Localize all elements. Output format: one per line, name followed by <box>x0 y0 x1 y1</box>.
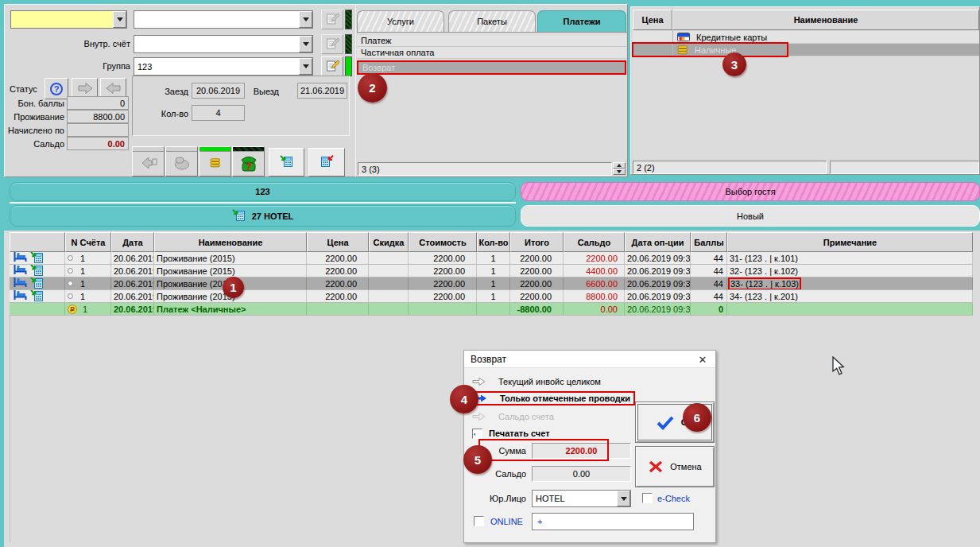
chevron-down-icon[interactable] <box>299 36 312 52</box>
tab-guest-select[interactable]: Выбор гостя <box>521 182 980 201</box>
payment-type-label: Кредитные карты <box>696 33 767 42</box>
invoice-cell: -8800.00 <box>510 303 564 316</box>
edit-account-button[interactable] <box>321 34 343 54</box>
operation-item[interactable]: Платеж <box>357 35 626 47</box>
calc-import-icon <box>30 265 44 277</box>
tab-label: Пакеты <box>477 17 507 26</box>
invoice-cell: 2200.00 <box>409 277 477 290</box>
tab-services[interactable]: Услуги <box>357 10 444 32</box>
refund-option-label: Только отмеченные проводки <box>500 394 630 403</box>
hand-icon <box>166 152 197 176</box>
edit-icon <box>326 12 339 27</box>
chevron-down-icon[interactable] <box>617 491 630 506</box>
group-combo[interactable]: 123 <box>134 57 313 76</box>
payment-types-scroll[interactable] <box>830 161 979 174</box>
tab-payments[interactable]: Платежи <box>537 10 626 32</box>
quantity-label: Кол-во <box>155 107 188 121</box>
operation-item[interactable]: Частичная оплата <box>357 47 626 59</box>
edit-icon <box>326 59 339 74</box>
tab-folio-27-hotel[interactable]: 27 HOTEL <box>10 205 516 227</box>
invoice-cell: Платеж <Наличные> <box>154 303 307 316</box>
invoice-column-header-3[interactable]: Наименование <box>154 232 307 252</box>
svg-text:?: ? <box>246 161 251 172</box>
close-icon[interactable]: ✕ <box>690 351 715 368</box>
invoice-cell: 8800.00 <box>564 290 625 303</box>
post-charge-button[interactable] <box>269 148 304 177</box>
question-icon: ? <box>50 83 63 95</box>
invoice-column-header-0[interactable] <box>10 232 65 252</box>
invoice-column-header-2[interactable]: Дата <box>111 232 154 252</box>
invoice-column-header-10[interactable]: Дата оп-ции <box>625 232 691 252</box>
invoice-cell <box>477 303 510 316</box>
invoice-cell: 1 <box>65 290 111 303</box>
phone-help-button[interactable]: ? <box>232 146 265 177</box>
balance-label: Сальдо <box>5 137 64 150</box>
invoice-column-header-6[interactable]: Стоимость <box>409 232 477 252</box>
invoice-column-header-9[interactable]: Сальдо <box>564 232 625 252</box>
invoice-cell: 1 <box>477 290 510 303</box>
price-column-header[interactable]: Цена <box>633 10 672 30</box>
cancel-button[interactable]: Отмена <box>635 446 715 487</box>
tab-packages[interactable]: Пакеты <box>448 10 536 32</box>
checkbox-checked-icon[interactable] <box>472 429 482 439</box>
refund-option[interactable]: Текущий инвойс целиком <box>472 374 601 389</box>
option-arrow-icon <box>472 377 492 386</box>
invoice-column-header-12[interactable]: Примечание <box>727 232 973 252</box>
invoice-cell: 2200.00 <box>409 290 477 303</box>
invoice-row[interactable]: 120.06.2019Проживание (2015)2200.002200.… <box>10 252 973 265</box>
chevron-down-icon[interactable] <box>299 58 312 75</box>
operations-spinner[interactable] <box>613 162 626 176</box>
invoice-cell: 2200.00 <box>510 265 564 277</box>
echeck-checkbox[interactable] <box>642 493 653 503</box>
invoice-column-header-11[interactable]: Баллы <box>691 232 727 252</box>
internal-account-combo[interactable] <box>134 35 313 53</box>
invoice-row[interactable]: 120.06.2019Проживание (2015)2200.002200.… <box>10 290 973 303</box>
coins-icon <box>199 152 230 176</box>
charged-until-value <box>67 123 129 137</box>
departure-date: 21.06.2019 <box>297 83 347 99</box>
folio-tab-label: 27 HOTEL <box>252 211 294 221</box>
invoice-column-header-1[interactable]: N Счёта <box>65 232 111 252</box>
edit-group-button[interactable] <box>321 56 343 76</box>
invoice-cell: 2200.00 <box>564 252 625 265</box>
invoice-cell: 33- (123 . | к.103) <box>727 277 973 290</box>
tab-folio-new[interactable]: Новый <box>521 205 980 227</box>
spinner-down-icon[interactable] <box>613 169 626 175</box>
refund-option[interactable]: Только отмеченные проводки <box>469 391 635 405</box>
entity-combo[interactable]: HOTEL <box>532 490 631 507</box>
tab-group-123[interactable]: 123 <box>10 182 516 201</box>
invoice-column-header-4[interactable]: Цена <box>307 232 369 252</box>
dialog-saldo-field[interactable]: 0.00 <box>532 466 631 482</box>
payment-types-panel: Цена Наименование Кредитные картыНаличны… <box>630 6 980 175</box>
invoice-table-header: N СчётаДатаНаименованиеЦенаСкидкаСтоимос… <box>10 232 973 252</box>
guest-combo[interactable] <box>134 10 313 29</box>
room-combo[interactable] <box>10 10 127 29</box>
operation-item-label: Возврат <box>362 63 395 72</box>
operation-item[interactable]: Возврат <box>357 60 626 75</box>
online-field[interactable]: + <box>532 513 694 530</box>
arrival-label: Заезд <box>155 84 188 99</box>
echeck-label: e-Check <box>657 494 690 503</box>
invoice-column-header-7[interactable]: Кол-во <box>477 232 510 252</box>
online-checkbox[interactable] <box>474 516 484 526</box>
refund-option: Сальдо счета <box>472 409 554 424</box>
chevron-down-icon[interactable] <box>299 11 312 28</box>
invoice-cell: 20.06.2019 <box>111 277 154 290</box>
export-charge-button[interactable] <box>308 148 345 177</box>
chevron-down-icon[interactable] <box>113 11 126 28</box>
dialog-title[interactable]: Возврат <box>464 351 715 368</box>
invoice-row[interactable]: 120.06.2019Проживание (2015)2200.002200.… <box>10 265 973 277</box>
invoice-column-header-5[interactable]: Скидка <box>369 232 409 252</box>
name-column-header[interactable]: Наименование <box>672 10 979 30</box>
invoice-row[interactable]: P120.06.2019Платеж <Наличные>-8800.000.0… <box>10 303 973 316</box>
invoice-column-header-8[interactable]: Итого <box>510 232 564 252</box>
spinner-up-icon[interactable] <box>613 162 626 169</box>
group-indicator <box>345 56 352 76</box>
payment-types-count: 2 (2) <box>633 161 827 174</box>
arrow-left-icon <box>105 82 122 96</box>
cash-button[interactable] <box>199 146 231 177</box>
invoice-row[interactable]: 120.06.2019Проживание (2015)2200.002200.… <box>10 277 973 290</box>
edit-guest-button[interactable] <box>321 10 343 29</box>
calc-import-icon <box>280 155 293 169</box>
option-arrow-icon <box>472 412 492 421</box>
